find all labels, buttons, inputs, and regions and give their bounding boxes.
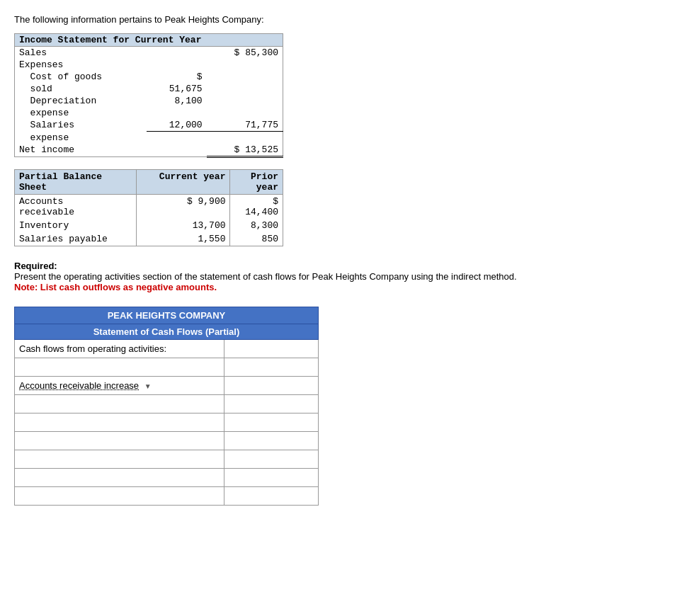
cashflow-amount-2[interactable] <box>224 394 319 413</box>
balance-current-header: Current year <box>136 169 230 194</box>
cashflow-label-6[interactable] <box>15 468 224 486</box>
depreciation-amount: 8,100 <box>147 95 207 107</box>
cashflow-section-row: Cash flows from operating activities: <box>15 339 319 358</box>
inventory-prior: 8,300 <box>230 219 283 232</box>
balance-row-salaries-payable: Salaries payable 1,550 850 <box>15 232 283 246</box>
cogs-amount: 51,675 <box>147 83 207 95</box>
inventory-current: 13,700 <box>136 219 230 232</box>
cashflow-label-2[interactable] <box>15 394 224 413</box>
income-statement-header: Income Statement for Current Year <box>15 34 283 47</box>
cashflow-ar-row[interactable]: Accounts receivable increase ▼ <box>15 376 319 394</box>
intro-text: The following information pertains to Pe… <box>14 14 663 25</box>
net-income-label: Net income <box>15 144 147 157</box>
depreciation-expense-label: expense <box>15 107 147 119</box>
cashflow-title: PEAK HEIGHTS COMPANY <box>15 307 319 324</box>
balance-row-ar: Accountsreceivable $ 9,900 $14,400 <box>15 194 283 219</box>
required-section: Required: Present the operating activiti… <box>14 261 623 292</box>
cashflow-amount-5[interactable] <box>224 450 319 468</box>
cashflow-empty-row-5[interactable] <box>15 450 319 468</box>
cogs-label: Cost of goods <box>15 71 147 83</box>
cashflow-label-4[interactable] <box>15 431 224 450</box>
cashflow-empty-row-3[interactable] <box>15 413 319 431</box>
cashflow-empty-row-4[interactable] <box>15 431 319 450</box>
cashflow-section-amount <box>224 339 319 358</box>
income-statement-table: Income Statement for Current Year Sales … <box>14 33 283 158</box>
income-row-salaries2: expense <box>15 132 283 144</box>
cashflow-empty-row-1[interactable] <box>15 358 319 376</box>
total-expenses: 71,775 <box>207 119 283 132</box>
income-row-cogs2: sold 51,675 <box>15 83 283 95</box>
income-row-cogs1: Cost of goods $ <box>15 71 283 83</box>
income-row-depreciation2: expense <box>15 107 283 119</box>
cashflow-amount-4[interactable] <box>224 431 319 450</box>
dropdown-arrow-icon[interactable]: ▼ <box>144 382 152 390</box>
balance-row-inventory: Inventory 13,700 8,300 <box>15 219 283 232</box>
cashflow-wrapper: PEAK HEIGHTS COMPANY Statement of Cash F… <box>14 307 319 506</box>
salaries-payable-current: 1,550 <box>136 232 230 246</box>
cashflow-label-3[interactable] <box>15 413 224 431</box>
net-income-amount: $ 13,525 <box>207 144 283 157</box>
cashflow-label-1[interactable] <box>15 358 224 376</box>
balance-sheet-table: Partial BalanceSheet Current year Priory… <box>14 169 283 246</box>
income-row-expenses: Expenses <box>15 59 283 71</box>
sales-col1 <box>147 47 207 59</box>
cashflow-empty-row-6[interactable] <box>15 468 319 486</box>
cogs-sold-label: sold <box>15 83 147 95</box>
required-label: Required: <box>14 261 623 271</box>
balance-sheet-title: Partial BalanceSheet <box>15 169 137 194</box>
depreciation-label: Depreciation <box>15 95 147 107</box>
salaries-payable-prior: 850 <box>230 232 283 246</box>
cashflow-amount-6[interactable] <box>224 468 319 486</box>
income-row-salaries1: Salaries 12,000 71,775 <box>15 119 283 132</box>
cashflow-empty-row-7[interactable] <box>15 486 319 505</box>
cashflow-table: PEAK HEIGHTS COMPANY Statement of Cash F… <box>14 307 319 506</box>
balance-prior-header: Prioryear <box>230 169 283 194</box>
cashflow-ar-label: Accounts receivable increase <box>19 380 139 391</box>
income-statement-title: Income Statement for Current Year <box>15 34 283 47</box>
required-body: Present the operating activities section… <box>14 271 623 282</box>
cashflow-label-5[interactable] <box>15 450 224 468</box>
salaries-label: Salaries <box>15 119 147 132</box>
cashflow-subtitle: Statement of Cash Flows (Partial) <box>15 324 319 339</box>
salaries-expense-label: expense <box>15 132 147 144</box>
salaries-payable-label: Salaries payable <box>15 232 137 246</box>
cashflow-empty-row-2[interactable] <box>15 394 319 413</box>
ar-prior: $14,400 <box>230 194 283 219</box>
cashflow-amount-3[interactable] <box>224 413 319 431</box>
income-row-depreciation1: Depreciation 8,100 <box>15 95 283 107</box>
cashflow-title-row: PEAK HEIGHTS COMPANY <box>15 307 319 324</box>
cashflow-section-label: Cash flows from operating activities: <box>15 339 224 358</box>
sales-amount: $ 85,300 <box>207 47 283 59</box>
salaries-amount: 12,000 <box>147 119 207 132</box>
cashflow-label-7[interactable] <box>15 486 224 505</box>
sales-label: Sales <box>15 47 147 59</box>
income-row-net-income: Net income $ 13,525 <box>15 144 283 157</box>
balance-sheet-header: Partial BalanceSheet Current year Priory… <box>15 169 283 194</box>
cashflow-subtitle-row: Statement of Cash Flows (Partial) <box>15 324 319 339</box>
cashflow-ar-label-cell[interactable]: Accounts receivable increase ▼ <box>15 376 224 394</box>
ar-label: Accountsreceivable <box>15 194 137 219</box>
cashflow-ar-amount[interactable] <box>224 376 319 394</box>
cashflow-amount-1[interactable] <box>224 358 319 376</box>
required-note: Note: List cash outflows as negative amo… <box>14 282 623 292</box>
inventory-label: Inventory <box>15 219 137 232</box>
cogs-dollar: $ <box>147 71 207 83</box>
income-row-sales: Sales $ 85,300 <box>15 47 283 59</box>
cashflow-amount-7[interactable] <box>224 486 319 505</box>
expenses-label: Expenses <box>15 59 147 71</box>
ar-current: $ 9,900 <box>136 194 230 219</box>
